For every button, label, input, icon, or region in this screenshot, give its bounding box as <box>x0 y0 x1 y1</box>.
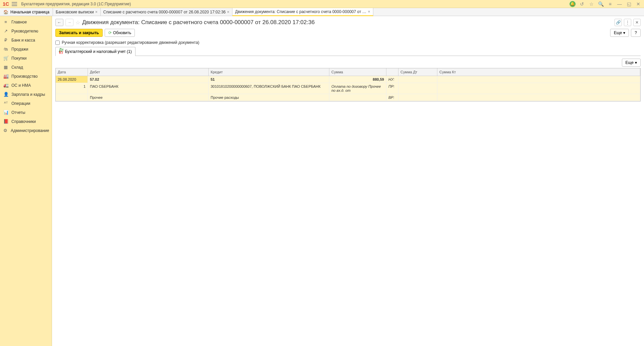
cell-type: ВР: <box>386 94 398 101</box>
sidebar-item-label: Справочники <box>11 119 36 124</box>
minimize-icon[interactable]: — <box>616 1 623 7</box>
reports-icon: 📊 <box>3 110 8 115</box>
grid-header: Дата Дебет Кредит Сумма Сумма Дт Сумма К… <box>56 68 640 76</box>
save-close-button[interactable]: Записать и закрыть <box>55 29 103 37</box>
table-row[interactable]: 1 ПАО СБЕРБАНК 30101810200000000607, ПОВ… <box>56 83 640 94</box>
close-window-icon[interactable]: ✕ <box>635 1 641 7</box>
cell-date: 26.08.2020 <box>56 76 88 83</box>
col-credit[interactable]: Кредит <box>209 68 329 76</box>
sidebar-item-production[interactable]: 🏭Производство <box>0 72 52 81</box>
document-tabs: 🏠 Начальная страница Банковские выписки … <box>0 8 644 16</box>
cell-debit-sub: ПАО СБЕРБАНК <box>88 83 209 94</box>
sidebar-item-manager[interactable]: ↗Руководителю <box>0 26 52 36</box>
sidebar-item-warehouse[interactable]: ▦Склад <box>0 63 52 72</box>
forward-button[interactable]: → <box>65 19 73 26</box>
home-icon: 🏠 <box>3 10 8 14</box>
sidebar: ≡Главное ↗Руководителю ₽Банк и касса 🛍Пр… <box>0 16 52 346</box>
titlebar: 1C Бухгалтерия предприятия, редакция 3.0… <box>0 0 644 8</box>
col-sumkt[interactable]: Сумма Кт <box>437 68 640 76</box>
sidebar-item-label: Покупки <box>11 56 26 61</box>
tab-bank-statements[interactable]: Банковские выписки × <box>53 8 101 16</box>
accounting-tab[interactable]: ДтКт Бухгалтерский и налоговый учет (1) <box>55 47 136 56</box>
accounting-tab-label: Бухгалтерский и налоговый учет (1) <box>65 49 132 54</box>
grid-more-button[interactable]: Еще ▾ <box>622 59 641 67</box>
close-icon[interactable]: × <box>95 10 98 14</box>
menu-icon[interactable] <box>12 2 17 6</box>
col-sum[interactable]: Сумма <box>329 68 386 76</box>
cell-type: ПР: <box>386 83 398 94</box>
bank-icon: ₽ <box>3 38 8 43</box>
movements-grid: Дата Дебет Кредит Сумма Сумма Дт Сумма К… <box>55 68 641 101</box>
directories-icon: 📕 <box>3 119 8 124</box>
sidebar-item-operations[interactable]: ᴬᵀОперации <box>0 99 52 108</box>
history-icon[interactable]: ↺ <box>579 1 585 7</box>
tab-label: Движения документа: Списание с расчетног… <box>235 9 367 14</box>
sidebar-item-hr[interactable]: 👤Зарплата и кадры <box>0 90 52 99</box>
sidebar-item-label: Зарплата и кадры <box>11 92 45 97</box>
back-button[interactable]: ← <box>55 19 63 26</box>
sidebar-item-reports[interactable]: 📊Отчеты <box>0 108 52 117</box>
app-title: Бухгалтерия предприятия, редакция 3.0 (1… <box>21 2 131 6</box>
production-icon: 🏭 <box>3 74 8 79</box>
more-button[interactable]: Еще ▾ <box>610 29 629 37</box>
cell-credit-sub: 30101810200000000607, ПОВОЛЖСКИЙ БАНК ПА… <box>209 83 329 94</box>
manager-icon: ↗ <box>3 28 8 33</box>
table-row[interactable]: 26.08.2020 57.02 51 880,59 НУ: <box>56 76 640 83</box>
cell-credit-sub2: Прочие расходы <box>209 94 329 101</box>
col-debit[interactable]: Дебет <box>88 68 209 76</box>
close-content-icon[interactable]: ✕ <box>633 19 641 26</box>
cell-sum-empty <box>329 94 386 101</box>
sidebar-item-purchases[interactable]: 🛒Покупки <box>0 54 52 63</box>
chevron-down-icon: ▾ <box>623 30 625 35</box>
cell-sumdt <box>398 94 437 101</box>
sidebar-item-label: Продажи <box>11 47 28 52</box>
more-label: Еще <box>614 30 622 35</box>
col-date[interactable]: Дата <box>56 68 88 76</box>
sidebar-item-admin[interactable]: ⚙Администрирование <box>0 126 52 135</box>
close-icon[interactable]: × <box>227 10 229 14</box>
cell-num: 1 <box>56 83 88 94</box>
tab-writeoff[interactable]: Списание с расчетного счета 0000-000007 … <box>101 8 232 16</box>
link-icon[interactable]: 🔗 <box>614 19 622 26</box>
sidebar-item-label: Администрирование <box>11 128 49 133</box>
settings-icon[interactable]: ≡ <box>607 1 613 7</box>
table-row[interactable]: Прочее Прочие расходы ВР: <box>56 94 640 101</box>
star-icon[interactable]: ☆ <box>588 1 594 7</box>
home-tab[interactable]: 🏠 Начальная страница <box>0 8 53 16</box>
search-icon[interactable]: 🔍 <box>598 1 604 7</box>
sidebar-item-main[interactable]: ≡Главное <box>0 17 52 26</box>
cell-debit-sub2: Прочее <box>88 94 209 101</box>
more-icon[interactable]: ⋮ <box>624 19 631 26</box>
sidebar-item-sales[interactable]: 🛍Продажи <box>0 45 52 54</box>
sidebar-item-label: Производство <box>11 74 38 79</box>
sidebar-item-label: Главное <box>11 20 27 24</box>
chevron-down-icon: ▾ <box>635 60 637 65</box>
notifications-icon[interactable]: 🔔 <box>570 1 576 7</box>
refresh-button[interactable]: ⟳ Обновить <box>105 29 135 37</box>
help-button[interactable]: ? <box>631 29 641 37</box>
logo-1c: 1C <box>3 1 9 7</box>
favorite-icon[interactable]: ☆ <box>75 19 80 26</box>
warehouse-icon: ▦ <box>3 65 8 70</box>
sidebar-item-assets[interactable]: 🚛ОС и НМА <box>0 81 52 90</box>
debit-credit-icon: ДтКт <box>59 49 64 54</box>
grid-more-label: Еще <box>626 60 634 65</box>
sidebar-item-bank[interactable]: ₽Банк и касса <box>0 36 52 45</box>
manual-correction-checkbox[interactable] <box>55 41 60 45</box>
sidebar-item-directories[interactable]: 📕Справочники <box>0 117 52 126</box>
tab-label: Банковские выписки <box>56 10 94 14</box>
operations-icon: ᴬᵀ <box>3 101 8 106</box>
sidebar-item-label: Отчеты <box>11 110 25 115</box>
refresh-label: Обновить <box>113 30 131 35</box>
close-icon[interactable]: × <box>368 9 370 14</box>
purchases-icon: 🛒 <box>3 56 8 61</box>
refresh-icon: ⟳ <box>108 30 112 35</box>
restore-icon[interactable]: ◱ <box>626 1 632 7</box>
cell-sumdt <box>398 76 437 83</box>
cell-debit: 57.02 <box>88 76 209 83</box>
main-icon: ≡ <box>3 19 8 24</box>
tab-movements[interactable]: Движения документа: Списание с расчетног… <box>232 8 373 16</box>
page-title: Движения документа: Списание с расчетног… <box>82 19 315 26</box>
cell-sumkt <box>437 76 640 83</box>
col-sumdt[interactable]: Сумма Дт <box>398 68 437 76</box>
